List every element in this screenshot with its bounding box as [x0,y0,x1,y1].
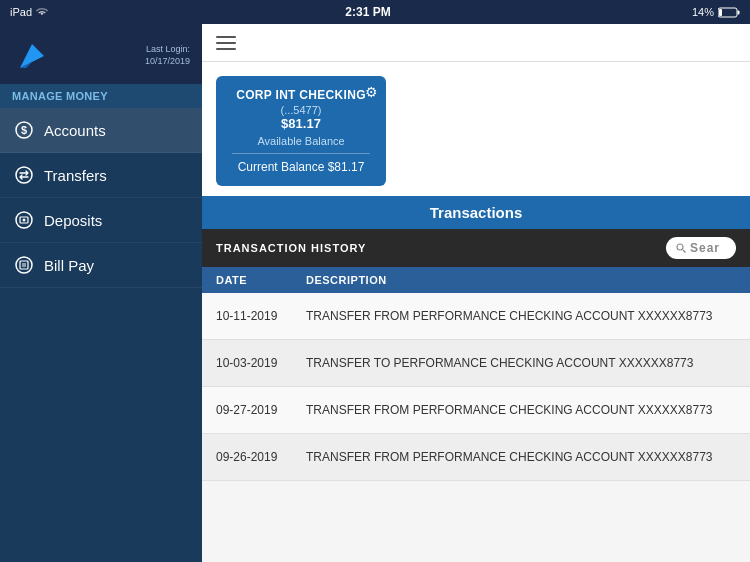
tx-date-2: 09-27-2019 [216,403,306,417]
transaction-history-bar: TRANSACTION HISTORY Sear [202,229,750,267]
tx-date-0: 10-11-2019 [216,309,306,323]
tx-desc-0: TRANSFER FROM PERFORMANCE CHECKING ACCOU… [306,309,736,323]
app-container: Last Login: 10/17/2019 Manage Money $ Ac… [0,24,750,562]
main-header [202,24,750,62]
col-header-date: DATE [216,274,306,286]
sidebar: Last Login: 10/17/2019 Manage Money $ Ac… [0,24,202,562]
transactions-section-title: Transactions [202,196,750,229]
tx-desc-1: TRANSFER TO PERFORMANCE CHECKING ACCOUNT… [306,356,736,370]
table-row: 10-11-2019 TRANSFER FROM PERFORMANCE CHE… [202,293,750,340]
history-label: TRANSACTION HISTORY [216,242,366,254]
sidebar-section-title: Manage Money [0,84,202,108]
svg-text:$: $ [21,124,27,136]
status-bar: iPad 2:31 PM ‭ 14% [0,0,750,24]
sidebar-item-transfers[interactable]: Transfers [0,153,202,198]
account-card-current-balance: Current Balance $81.17 [232,160,370,174]
battery-label: 14% [692,6,714,18]
bill-pay-label: Bill Pay [44,257,94,274]
sidebar-item-bill-pay[interactable]: Bill Pay [0,243,202,288]
account-card-area: ⚙ CORP INT CHECKING (...5477) $81.17 Ava… [202,62,750,196]
svg-rect-2 [719,9,722,16]
tx-date-1: 10-03-2019 [216,356,306,370]
search-icon [676,243,686,253]
svg-rect-13 [20,261,28,269]
last-login: Last Login: 10/17/2019 [145,44,190,67]
svg-point-11 [23,219,26,222]
svg-line-17 [683,250,686,253]
account-card-divider [232,153,370,154]
table-row: 10-03-2019 TRANSFER TO PERFORMANCE CHECK… [202,340,750,387]
table-row: 09-26-2019 TRANSFER FROM PERFORMANCE CHE… [202,434,750,481]
status-time: 2:31 PM [345,5,390,19]
sidebar-header: Last Login: 10/17/2019 [0,24,202,84]
sidebar-nav: $ Accounts Transfers [0,108,202,288]
deposits-label: Deposits [44,212,102,229]
svg-point-16 [677,244,683,250]
column-headers: DATE DESCRIPTION [202,267,750,293]
device-label: iPad [10,6,32,18]
svg-point-8 [16,167,32,183]
hamburger-menu[interactable] [216,36,236,50]
main-content: ⚙ CORP INT CHECKING (...5477) $81.17 Ava… [202,24,750,562]
sidebar-item-accounts[interactable]: $ Accounts [0,108,202,153]
sidebar-item-deposits[interactable]: Deposits [0,198,202,243]
account-card[interactable]: ⚙ CORP INT CHECKING (...5477) $81.17 Ava… [216,76,386,186]
search-placeholder: Sear [690,241,720,255]
account-card-number: (...5477) [232,104,370,116]
transfers-icon [14,165,34,185]
col-header-description: DESCRIPTION [306,274,736,286]
status-right: ‭ 14% [688,6,740,18]
bill-pay-icon [14,255,34,275]
tx-desc-2: TRANSFER FROM PERFORMANCE CHECKING ACCOU… [306,403,736,417]
transactions-list: 10-11-2019 TRANSFER FROM PERFORMANCE CHE… [202,293,750,562]
wifi-icon [36,7,48,17]
dollar-icon: $ [14,120,34,140]
account-card-available-balance: $81.17 [232,116,370,131]
gear-icon[interactable]: ⚙ [365,84,378,100]
battery-icon [718,7,740,18]
svg-point-12 [16,257,32,273]
transfers-label: Transfers [44,167,107,184]
table-row: 09-27-2019 TRANSFER FROM PERFORMANCE CHE… [202,387,750,434]
account-card-title: CORP INT CHECKING [232,88,370,102]
accounts-label: Accounts [44,122,106,139]
app-logo [12,36,52,76]
tx-desc-3: TRANSFER FROM PERFORMANCE CHECKING ACCOU… [306,450,736,464]
tx-date-3: 09-26-2019 [216,450,306,464]
account-card-balance-label: Available Balance [232,135,370,147]
deposits-icon [14,210,34,230]
svg-rect-1 [737,10,739,14]
search-box[interactable]: Sear [666,237,736,259]
status-left: iPad [10,6,48,18]
